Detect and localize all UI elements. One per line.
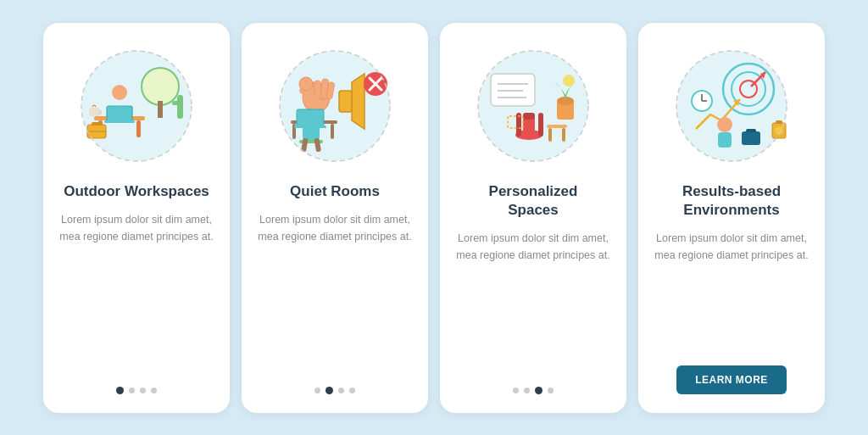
dot-1 [116,387,124,394]
outdoor-illustration [69,38,204,174]
svg-rect-52 [547,125,567,128]
quiet-illustration [267,38,403,174]
svg-rect-67 [746,129,756,132]
svg-point-34 [303,93,319,109]
card-personalized: PersonalizedSpaces Lorem ipsum dolor sit… [440,23,626,413]
svg-rect-53 [548,128,552,142]
svg-rect-18 [339,91,352,112]
svg-rect-54 [562,128,565,142]
results-illustration [664,38,799,174]
dot-2 [129,388,135,393]
card-outdoor-body: Lorem ipsum dolor sit dim amet, mea regi… [58,211,214,371]
cards-container: Outdoor Workspaces Lorem ipsum dolor sit… [26,6,842,430]
card-personalized-dots [513,387,554,394]
dot-2 [326,387,333,394]
svg-point-14 [112,85,127,100]
svg-rect-9 [104,120,135,123]
card-personalized-body: Lorem ipsum dolor sit dim amet, mea regi… [455,230,611,371]
svg-marker-17 [352,74,364,129]
learn-more-button[interactable]: LEARN MORE [676,365,787,394]
svg-point-24 [299,77,313,91]
svg-rect-2 [158,101,163,118]
svg-rect-65 [718,132,732,148]
card-outdoor: Outdoor Workspaces Lorem ipsum dolor sit… [43,23,230,413]
card-results-title: Results-based Environments [654,182,810,220]
card-quiet: Quiet Rooms Lorem ipsum dolor sit dim am… [242,23,428,413]
svg-point-64 [717,117,732,132]
dot-4 [548,388,554,393]
svg-rect-31 [297,109,324,126]
dot-2 [524,388,530,393]
card-personalized-title: PersonalizedSpaces [489,182,578,220]
svg-rect-30 [331,124,334,139]
svg-rect-50 [523,113,535,120]
dot-3 [140,388,146,393]
card-quiet-body: Lorem ipsum dolor sit dim amet, mea regi… [257,211,413,371]
dot-1 [314,388,320,393]
dot-4 [349,388,355,393]
card-quiet-title: Quiet Rooms [290,182,380,201]
dot-3 [535,387,542,394]
svg-rect-10 [89,108,99,116]
svg-rect-51 [538,113,543,137]
dot-1 [513,388,519,393]
personalized-illustration [465,38,601,174]
svg-rect-4 [172,101,182,105]
svg-rect-66 [742,131,760,145]
card-quiet-dots [314,387,355,394]
card-results: Results-based Environments Lorem ipsum d… [638,23,825,413]
svg-rect-69 [776,120,782,124]
card-outdoor-title: Outdoor Workspaces [64,182,209,201]
card-outdoor-dots [116,387,157,394]
card-results-body: Lorem ipsum dolor sit dim amet, mea regi… [654,230,810,350]
dot-3 [338,388,344,393]
dot-4 [151,388,157,393]
svg-rect-3 [177,95,183,119]
svg-point-42 [563,75,575,86]
svg-rect-12 [92,122,102,125]
svg-point-1 [142,68,179,105]
svg-rect-7 [136,120,141,137]
svg-rect-33 [303,125,320,140]
